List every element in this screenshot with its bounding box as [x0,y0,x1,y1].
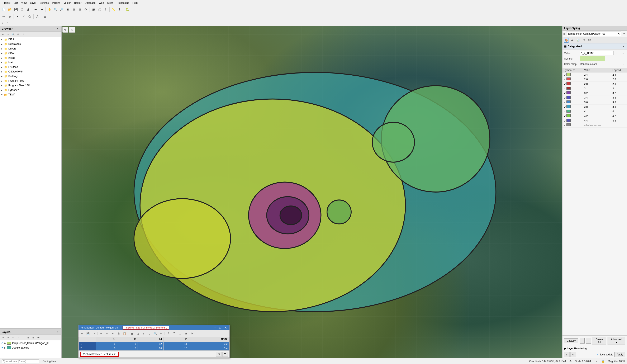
remove-class-btn[interactable]: − [586,338,591,344]
attr-paste-btn[interactable]: 📋 [122,331,127,336]
pan-btn[interactable]: ✋ [47,6,52,12]
menu-project[interactable]: Project [1,1,12,5]
zoom-full-btn[interactable]: ⊞ [65,6,71,12]
sym-row-2-8[interactable]: ✔ 2.8 2.8 [563,82,627,86]
sym-row-other[interactable]: ✔ all other values [563,123,627,128]
attr-data-row-1[interactable]: 1 6 5 12 11 3.2 [79,342,229,346]
tree-item-install[interactable]: ▶ 📁 Install [0,55,61,60]
scale-dropdown-btn[interactable]: ▼ [594,360,598,363]
attr-save-btn[interactable]: 💾 [85,331,91,336]
attr-copy-btn[interactable]: ⎘ [116,331,121,336]
sym-row-4-2[interactable]: ✔ 4.2 4.2 [563,114,627,118]
tree-item-lastools[interactable]: ▶ 📁 LAStools [0,65,61,69]
layers-expand-btn[interactable]: ⊞ [26,335,31,340]
attr-minimize-btn[interactable]: − [213,326,217,329]
layers-move-down-btn[interactable]: ↓ [21,335,25,340]
attr-del-row-btn[interactable]: − [104,331,110,336]
sym-row-3-6[interactable]: ✔ 3.6 3.6 [563,100,627,105]
menu-database[interactable]: Database [83,1,97,5]
new-project-btn[interactable]: 📄 [1,6,7,12]
attr-col-id[interactable]: ID [117,337,138,342]
color-ramp-dropdown-btn[interactable]: ▼ [621,62,625,66]
tree-item-dell[interactable]: ▶ 📁 DELL [0,37,61,42]
node-tool-btn[interactable]: ◈ [7,14,13,19]
value-input[interactable] [580,51,614,55]
show-selected-btn[interactable]: ▽ Show Selected Features ▼ [80,352,119,357]
attr-edit-btn[interactable]: ✏ [79,331,85,336]
tree-item-downloads[interactable]: ▶ 📁 Downloads [0,42,61,46]
attr-restore-btn[interactable]: □ [219,326,222,329]
tree-item-programfiles[interactable]: ▶ 📁 Program Files [0,79,61,83]
attr-refresh-btn[interactable]: ⟳ [91,331,97,336]
layer-item-contour[interactable]: ✔ ▶ TempSensor_ContourPolygon_08 [0,341,61,345]
layers-visibility-btn[interactable]: 👁 [36,335,41,340]
browser-properties-btn[interactable]: ℹ [21,32,25,37]
redo-btn[interactable]: ↪ [39,6,45,12]
style-label-btn[interactable]: A [570,38,575,43]
layer-check-contour[interactable]: ✔ [1,342,3,345]
attr-select-all-btn[interactable]: ▦ [129,331,134,336]
tree-item-programfilesx86[interactable]: ▶ 📁 Program Files (x86) [0,83,61,88]
style-3d-btn[interactable]: 3D [587,38,592,43]
deselect-btn[interactable]: ▢ [97,6,103,12]
browser-collapse-btn[interactable]: ⊟ [16,32,20,37]
sym-row-2-4[interactable]: ✔ 2.4 2.4 [563,72,627,77]
label-btn[interactable]: A [34,14,40,19]
attr-add-row-btn[interactable]: + [98,331,104,336]
layer-rendering-row[interactable]: ▶ Layer Rendering [563,346,627,351]
browser-refresh-btn[interactable]: ⟳ [1,32,5,37]
zoom-select-btn[interactable]: ⊠ [77,6,83,12]
attr-zoom-sel-btn[interactable]: ⊕ [158,331,164,336]
menu-help[interactable]: Help [131,1,140,5]
menu-edit[interactable]: Edit [12,1,20,5]
style-redo-btn[interactable]: ↪ [571,352,576,357]
menu-raster[interactable]: Raster [72,1,83,5]
sym-row-4[interactable]: ✔ 4 4 [563,109,627,114]
locate-input[interactable] [2,360,39,363]
undo-btn[interactable]: ↩ [33,6,39,12]
browser-filter-btn[interactable]: 🔍 [11,32,15,37]
menu-vector[interactable]: Vector [62,1,72,5]
add-line-btn[interactable]: ╱ [21,14,27,19]
value-expr-btn[interactable]: ε [615,51,620,55]
redo-small-btn[interactable]: ↪ [6,20,11,25]
attr-deselect-btn[interactable]: ▢ [135,331,140,336]
select-features-btn[interactable]: ▦ [91,6,97,12]
attr-move-sel-top-btn[interactable]: ⤒ [165,331,171,336]
refresh-btn[interactable]: ⟳ [83,6,89,12]
map-rotate-left-btn[interactable]: ↺ [62,27,68,33]
symbol-color-preview[interactable] [580,56,605,61]
value-dropdown-btn[interactable]: ▼ [621,51,625,55]
zoom-layer-btn[interactable]: ⊡ [71,6,77,12]
layers-close-btn[interactable]: ✕ [55,330,60,334]
browser-close-btn[interactable]: ✕ [55,27,60,31]
tree-item-perflogs[interactable]: ▶ 📁 PerfLogs [0,74,61,79]
add-polygon-btn[interactable]: ⬠ [27,14,33,19]
tree-item-intel[interactable]: ▶ 📁 Intel [0,60,61,65]
sym-row-4-4[interactable]: ✔ 4.4 4.4 [563,118,627,123]
layer-select[interactable]: TempSensor_ContourPolygon_08 [566,32,621,36]
style-undo-btn[interactable]: ↩ [564,352,570,357]
attr-field-calc-btn[interactable]: Σ [171,331,177,336]
apply-btn[interactable]: Apply [615,352,625,357]
sym-row-3-4[interactable]: ✔ 3.4 3.4 [563,96,627,100]
menu-layer[interactable]: Layer [28,1,38,5]
sym-row-3-2[interactable]: ✔ 3.2 3.2 [563,91,627,96]
undo-small-btn[interactable]: ↩ [1,20,6,25]
measure-btn[interactable]: 📏 [110,6,116,12]
layer-item-satellite[interactable]: ✔ ▶ Google Satellite [0,345,61,350]
python-btn[interactable]: 🐍 [124,6,130,12]
menu-settings[interactable]: Settings [38,1,50,5]
attr-dock-btn[interactable]: ⊞ [183,331,189,336]
save-as-btn[interactable]: 🖫 [19,6,25,12]
map-rotate-right-btn[interactable]: ↻ [69,27,75,33]
layers-remove-btn[interactable]: − [6,335,10,340]
layers-filter-btn[interactable]: ▽ [11,335,15,340]
tree-item-gdal[interactable]: ▶ 📁 GDAL [0,51,61,55]
layers-move-up-btn[interactable]: ↑ [16,335,20,340]
sym-row-3[interactable]: ✔ 3 3 [563,86,627,91]
tree-item-osgeo4w64[interactable]: ▶ 📁 OSGeo4W64 [0,69,61,74]
attr-settings-btn[interactable]: ⚙ [189,331,194,336]
menu-mesh[interactable]: Mesh [106,1,115,5]
open-project-btn[interactable]: 📂 [7,6,13,12]
